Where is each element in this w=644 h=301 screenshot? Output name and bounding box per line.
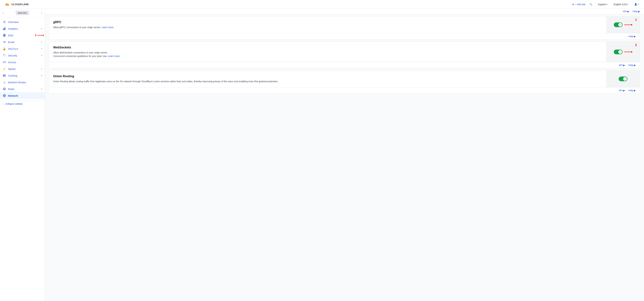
expand-button[interactable]: › [41,11,42,14]
websockets-learn-more-link[interactable]: Learn more. [108,55,120,57]
onion-routing-help-link[interactable]: Help ▶ [628,89,636,92]
sidebar-item-label: DNS [8,34,14,37]
onion-routing-title: Onion Routing [53,74,602,78]
add-icon: ⊕ [572,3,574,6]
onion-routing-card-text: Onion Routing Onion Routing allows routi… [49,70,606,87]
user-icon: 👤 [634,3,637,6]
search-icon: 🔍 [590,3,592,5]
svg-marker-17 [631,51,632,53]
sidebar-item-analytics[interactable]: Analytics ▾ [0,25,45,32]
websockets-help-link[interactable]: Help ▶ [628,64,636,66]
support-label: Support [598,3,606,6]
dns-annotation: 3 [35,34,44,37]
network-icon [3,94,6,97]
annotation-arrow-2 [624,50,632,53]
sidebar-item-ssl-tls[interactable]: 🔒 SSL/TLS ▾ [0,45,45,52]
search-button[interactable]: 🔍 [589,2,593,6]
onion-routing-toggle[interactable]: ✓ [619,76,628,81]
back-button[interactable]: ‹ [3,11,4,14]
sidebar-item-label: Speed [8,67,15,70]
sidebar-item-label: Network [8,94,18,97]
grpc-desc: Allow gRPC connections to your origin se… [53,26,602,29]
workers-icon: ◇ [3,81,6,84]
main-layout: ‹ test.com › ☰ Overview Analytics [0,9,644,301]
chevron-down-icon: ▾ [606,3,608,5]
websockets-api-link[interactable]: API ▶ [619,64,625,66]
annotation-number-2: 2 [635,43,637,47]
main-content: API ▶ Help ▶ gRPC Allow gRPC connections… [45,9,644,301]
help-link[interactable]: Help ▶ [632,10,640,13]
onion-routing-card-body: Onion Routing Onion Routing allows routi… [49,70,640,87]
sidebar-item-access[interactable]: Access [0,59,45,65]
sidebar-item-network[interactable]: Network [0,92,45,99]
websockets-footer: API ▶ Help ▶ [49,62,640,68]
language-button[interactable]: English (US) ▾ [612,2,630,6]
cloudflare-logo-icon [4,2,10,6]
logo-text: CLOUDFLARE [12,3,29,6]
header-left: CLOUDFLARE [4,2,29,6]
security-icon: 🛡 [3,54,6,57]
annotation-arrow-1 [624,23,632,26]
collapse-icon: ‹ [3,102,4,105]
caching-icon [3,74,6,77]
grpc-toggle[interactable]: ✓ [614,22,622,27]
collapse-sidebar-button[interactable]: ‹ Collapse sidebar [0,100,45,107]
sidebar-item-workers-routes[interactable]: ◇ Workers Routes [0,79,45,86]
websockets-card: WebSockets Allow WebSockets connections … [49,41,640,68]
access-icon [3,60,6,64]
add-site-button[interactable]: ⊕ + Add site [572,3,586,6]
add-site-label: + Add site [575,3,586,6]
sidebar-item-speed[interactable]: ⚡ Speed ▾ [0,65,45,72]
sidebar-item-label: SSL/TLS [8,47,18,50]
sidebar-item-dns[interactable]: DNS 3 ▾ [0,32,45,39]
svg-rect-2 [5,27,5,30]
analytics-icon [3,27,6,30]
websockets-desc: Allow WebSockets connections to your ori… [53,51,602,58]
sidebar-item-overview[interactable]: ☰ Overview [0,18,45,25]
websockets-card-text: WebSockets Allow WebSockets connections … [49,42,606,62]
toggle-knob: ✓ [623,77,627,81]
header-right: ⊕ + Add site 🔍 Support ▾ English (US) ▾ … [572,2,640,6]
sidebar-navigation: ☰ Overview Analytics ▾ [0,17,45,100]
svg-point-7 [4,62,5,63]
api-link[interactable]: API ▶ [623,10,629,13]
sidebar-domain-row: ‹ test.com › [0,9,45,17]
ssl-icon: 🔒 [3,47,6,50]
svg-point-11 [4,76,4,76]
grpc-help-link[interactable]: Help ▶ [628,35,636,38]
grpc-learn-more-link[interactable]: Learn more. [102,26,114,29]
user-menu-button[interactable]: 👤 ▾ [633,2,640,6]
grpc-card-text: gRPC Allow gRPC connections to your orig… [49,16,606,33]
domain-badge[interactable]: test.com [16,11,29,15]
sidebar: ‹ test.com › ☰ Overview Analytics [0,9,45,301]
sidebar-item-caching[interactable]: Caching ▾ [0,72,45,79]
sidebar-item-label: Email [8,41,14,43]
chevron-down-icon: ▾ [41,28,42,30]
onion-routing-api-link[interactable]: API ▶ [619,89,625,92]
grpc-card-body: gRPC Allow gRPC connections to your orig… [49,16,640,33]
email-icon: ✉ [3,40,6,44]
sidebar-bottom: ‹ Collapse sidebar [0,100,45,107]
toggle-knob: ✓ [618,50,622,54]
cloudflare-logo: CLOUDFLARE [4,2,29,6]
support-button[interactable]: Support ▾ [596,2,609,6]
sidebar-item-security[interactable]: 🛡 Security ▾ [0,52,45,59]
speed-icon: ⚡ [3,67,6,70]
dns-icon [3,34,6,37]
toggle-knob: ✓ [618,23,622,27]
chevron-down-icon: ▾ [41,48,42,50]
chevron-down-icon: ▾ [41,88,42,90]
websockets-toggle[interactable]: ✓ [614,49,622,54]
sidebar-item-label: Workers Routes [8,81,26,84]
grpc-footer: Help ▶ [49,33,640,39]
header: CLOUDFLARE ⊕ + Add site 🔍 Support ▾ Engl… [0,0,644,9]
onion-routing-control: ✓ [606,70,640,87]
collapse-label: Collapse sidebar [5,102,23,105]
chevron-down-icon: ▾ [638,3,639,5]
onion-routing-footer: API ▶ Help ▶ [49,87,640,93]
onion-routing-card: Onion Routing Onion Routing allows routi… [49,70,640,94]
sidebar-item-email[interactable]: ✉ Email ▾ [0,39,45,45]
sidebar-item-rules[interactable]: Rules ▾ [0,86,45,92]
annotation-number-3: 3 [35,34,36,37]
svg-marker-6 [43,34,44,36]
